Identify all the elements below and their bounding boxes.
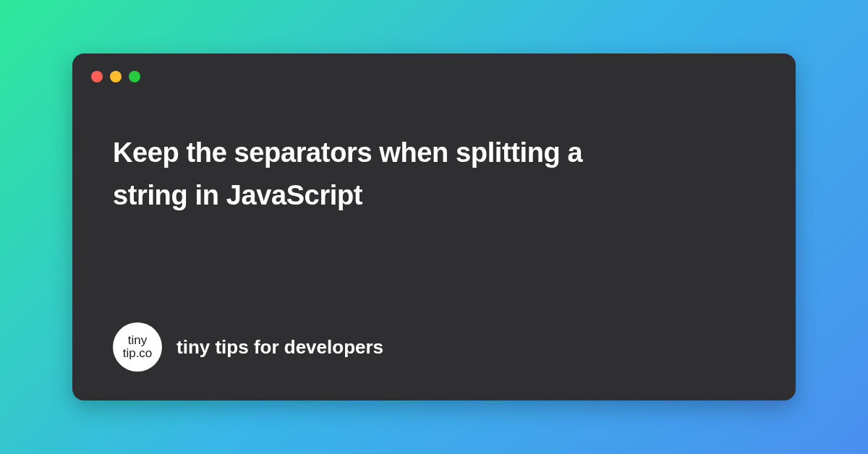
brand-logo: tiny tip.co — [113, 322, 162, 372]
minimize-icon[interactable] — [110, 71, 122, 82]
page-title: Keep the separators when splitting a str… — [113, 132, 634, 217]
brand-tagline: tiny tips for developers — [176, 336, 383, 359]
card-window: Keep the separators when splitting a str… — [72, 53, 796, 401]
close-icon[interactable] — [91, 71, 103, 82]
logo-text-line1: tiny — [128, 334, 147, 347]
card-footer: tiny tip.co tiny tips for developers — [113, 322, 755, 372]
maximize-icon[interactable] — [129, 71, 140, 82]
logo-text-line2: tip.co — [123, 347, 153, 360]
window-traffic-lights — [91, 71, 755, 82]
